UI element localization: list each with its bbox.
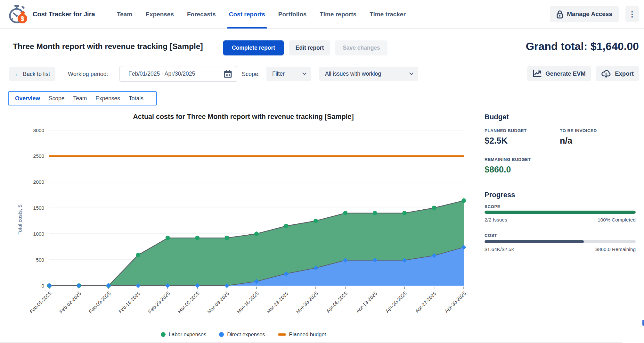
svg-text:Feb-23-2025: Feb-23-2025 [147, 290, 171, 314]
page-title: Three Month report with revenue tracking… [13, 42, 203, 51]
svg-text:Apr-13-2025: Apr-13-2025 [355, 290, 378, 314]
app-header: $ Cost Tracker for Jira TeamExpensesFore… [0, 0, 644, 29]
back-to-list-button[interactable]: ← Back to list [9, 67, 55, 81]
worklog-period-label: Worklog period: [68, 67, 108, 81]
scope-progress-label: SCOPE [485, 204, 500, 209]
nav-item-time-tracker[interactable]: Time tracker [370, 0, 406, 29]
budget-panel: Budget PLANNED BUDGET $2.5K TO BE INVOIC… [485, 113, 636, 121]
main-nav: TeamExpensesForecastsCost reportsPortfol… [117, 0, 406, 29]
tab-scope[interactable]: Scope [49, 95, 65, 102]
chevron-down-icon [302, 72, 306, 75]
cost-remaining-text: $860.0 Remaining [595, 247, 636, 252]
cost-progress-fill [485, 240, 584, 243]
svg-text:Mar-16-2025: Mar-16-2025 [236, 290, 260, 314]
lock-icon [556, 10, 563, 19]
legend-planned-budget: Planned budget [278, 331, 326, 338]
scope-progress-bar [485, 211, 636, 214]
app-logo-icon: $ [8, 4, 28, 25]
manage-access-label: Manage Access [567, 11, 612, 18]
nav-item-cost-reports[interactable]: Cost reports [229, 0, 265, 29]
chevron-down-icon [409, 72, 413, 75]
svg-text:Mar-23-2025: Mar-23-2025 [265, 290, 289, 314]
svg-text:Apr-27-2025: Apr-27-2025 [414, 290, 437, 314]
remaining-budget-value: $860.0 [485, 165, 531, 175]
scope-filter-dropdown[interactable]: Filter [266, 67, 311, 81]
line-chart-icon [533, 70, 542, 78]
issues-scope-dropdown[interactable]: All issues with worklog [319, 67, 418, 81]
report-tabs: OverviewScopeTeamExpensesTotals [8, 91, 157, 105]
svg-text:500: 500 [36, 257, 44, 263]
tab-expenses[interactable]: Expenses [95, 95, 120, 102]
nav-item-time-reports[interactable]: Time reports [320, 0, 356, 29]
svg-text:1000: 1000 [33, 231, 45, 237]
cloud-download-icon [601, 69, 611, 78]
svg-text:2000: 2000 [33, 179, 45, 185]
legend-planned-budget-label: Planned budget [289, 331, 326, 338]
legend-marker-dot [161, 332, 166, 337]
svg-text:2500: 2500 [33, 153, 45, 159]
worklog-period-input[interactable] [120, 71, 224, 77]
nav-item-forecasts[interactable]: Forecasts [187, 0, 216, 29]
svg-text:1500: 1500 [33, 205, 45, 211]
more-options-button[interactable]: ⋮ [625, 6, 639, 22]
vertical-scrollbar-thumb[interactable] [642, 320, 644, 326]
svg-text:Mar-02-2025: Mar-02-2025 [176, 290, 200, 314]
cost-chart-svg[interactable]: 050010001500200025003000Feb-01-2025Feb-0… [10, 125, 477, 343]
legend-direct-expenses: Direct expenses [219, 331, 265, 338]
worklog-period-field[interactable] [119, 66, 237, 82]
edit-report-button[interactable]: Edit report [289, 40, 330, 55]
cost-spent-text: $1.64K/$2.5K [485, 247, 515, 252]
generate-evm-label: Generate EVM [545, 70, 585, 77]
tab-team[interactable]: Team [73, 95, 87, 102]
grand-total: Grand total: $1,640.00 [526, 40, 639, 53]
export-label: Export [615, 70, 634, 77]
to-be-invoiced-value: n/a [560, 136, 597, 146]
svg-text:Mar-09-2025: Mar-09-2025 [206, 290, 230, 314]
svg-text:0: 0 [41, 283, 44, 289]
legend-marker-dash [278, 333, 286, 336]
kebab-icon: ⋮ [629, 10, 636, 18]
svg-text:Apr-06-2025: Apr-06-2025 [325, 290, 348, 314]
svg-text:Apr-20-2025: Apr-20-2025 [384, 290, 408, 314]
svg-text:Feb-16-2025: Feb-16-2025 [118, 290, 142, 314]
nav-item-expenses[interactable]: Expenses [145, 0, 174, 29]
scope-progress-fill [485, 211, 636, 214]
nav-item-team[interactable]: Team [117, 0, 132, 29]
cost-progress-label: COST [485, 233, 497, 238]
svg-text:Apr-30-2025: Apr-30-2025 [444, 290, 467, 314]
svg-text:Feb-09-2025: Feb-09-2025 [88, 290, 112, 314]
budget-heading: Budget [485, 113, 636, 121]
nav-item-portfolios[interactable]: Portfolios [278, 0, 307, 29]
svg-text:3000: 3000 [33, 128, 45, 133]
progress-heading: Progress [485, 191, 515, 199]
svg-text:Feb-01-2025: Feb-01-2025 [29, 290, 53, 314]
back-arrow-icon: ← [14, 71, 20, 78]
to-be-invoiced-block: TO BE INVOICED n/a [560, 128, 597, 146]
scope-label: Scope: [242, 67, 260, 81]
svg-text:$: $ [20, 15, 24, 22]
chart-title: Actual costs for Three Month report with… [10, 113, 477, 121]
tab-overview[interactable]: Overview [15, 95, 40, 102]
tab-totals[interactable]: Totals [129, 95, 143, 102]
legend-direct-expenses-label: Direct expenses [227, 331, 265, 338]
calendar-icon[interactable] [224, 70, 232, 78]
chart-legend: Labor expensesDirect expensesPlanned bud… [10, 331, 477, 338]
export-button[interactable]: Export [596, 66, 639, 81]
save-changes-button: Save changes [335, 40, 387, 55]
manage-access-button[interactable]: Manage Access [550, 6, 619, 22]
cost-progress-bar [485, 240, 636, 243]
remaining-budget-label: REMAINING BUDGET [485, 157, 531, 162]
back-to-list-label: Back to list [23, 71, 50, 78]
generate-evm-button[interactable]: Generate EVM [527, 66, 591, 81]
legend-labor-expenses-label: Labor expenses [169, 331, 206, 338]
app-title: Cost Tracker for Jira [33, 0, 95, 29]
complete-report-button[interactable]: Complete report [223, 40, 284, 55]
scope-completed-text: 100% Completed [598, 217, 636, 223]
issues-scope-value: All issues with worklog [325, 71, 381, 77]
svg-text:Total costs, $: Total costs, $ [17, 205, 23, 234]
scope-issues-text: 2/2 Issues [485, 217, 507, 223]
to-be-invoiced-label: TO BE INVOICED [560, 128, 597, 133]
scope-filter-value: Filter [272, 71, 285, 77]
remaining-budget-block: REMAINING BUDGET $860.0 [485, 157, 531, 175]
svg-text:Mar-30-2025: Mar-30-2025 [295, 290, 319, 314]
